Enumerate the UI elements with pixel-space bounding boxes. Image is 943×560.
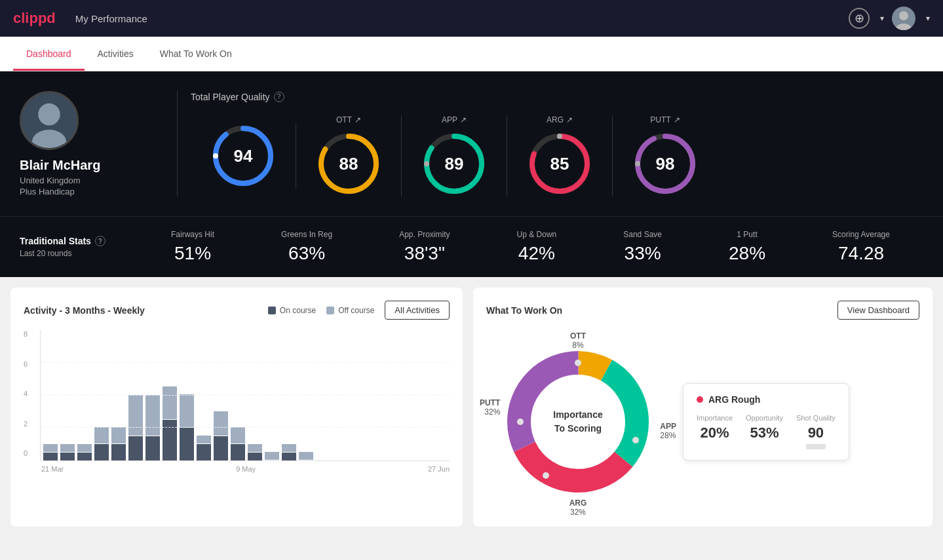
avatar-image <box>892 7 915 30</box>
bar-2 <box>60 444 75 460</box>
bar-10 <box>197 436 211 460</box>
tooltip-dot <box>697 396 703 403</box>
main-score-item: 94 <box>191 123 296 189</box>
chart-title: Activity - 3 Months - Weekly <box>24 305 145 316</box>
bar-5 <box>111 427 126 460</box>
arg-ring: 85 <box>527 131 592 196</box>
help-icon[interactable]: ? <box>274 92 284 102</box>
grid-line-2 <box>41 427 450 428</box>
arg-arrow: ↗ <box>566 115 573 124</box>
trad-label: Traditional Stats ? Last 20 rounds <box>20 236 138 258</box>
putt-donut-label: PUTT 32% <box>480 398 500 417</box>
arg-label: ARG ↗ <box>547 115 573 124</box>
chart-legend: On course Off course <box>268 306 375 315</box>
player-avatar <box>20 91 79 150</box>
plus-icon: ⊕ <box>855 11 864 26</box>
svg-point-25 <box>575 360 581 366</box>
bar-13 <box>248 444 262 460</box>
stat-app-proximity: App. Proximity 38'3" <box>399 230 450 264</box>
tab-what-to-work-on[interactable]: What To Work On <box>147 37 245 71</box>
nav-tabs: Dashboard Activities What To Work On <box>0 37 943 71</box>
avatar-chevron: ▾ <box>926 14 930 23</box>
divider <box>177 91 178 196</box>
off-course-dot <box>326 307 334 314</box>
main-score-value: 94 <box>234 145 253 166</box>
ott-donut-label: OTT 8% <box>570 331 586 350</box>
tab-dashboard[interactable]: Dashboard <box>13 37 85 71</box>
arg-score-item: ARG ↗ 85 <box>507 115 613 196</box>
bar-14 <box>265 452 279 460</box>
putt-score-value: 98 <box>656 153 675 174</box>
app-arrow: ↗ <box>460 115 467 124</box>
bar-4 <box>94 427 109 460</box>
scores-row: 94 OTT ↗ 88 <box>191 115 923 196</box>
all-activities-button[interactable]: All Activities <box>385 301 450 320</box>
legend-on-course: On course <box>268 306 316 315</box>
svg-point-27 <box>543 472 549 479</box>
bar-16 <box>299 452 313 460</box>
shot-quality-bar <box>806 444 826 449</box>
bar-8 <box>163 386 177 460</box>
what-to-work-on-card: What To Work On View Dashboard <box>473 288 933 527</box>
avatar-svg <box>22 93 77 148</box>
svg-point-28 <box>517 419 524 425</box>
on-course-dot <box>268 307 276 314</box>
tooltip-card: ARG Rough Importance 20% Opportunity 53%… <box>683 383 849 460</box>
svg-point-1 <box>899 11 908 20</box>
x-axis-labels: 21 Mar 9 May 27 Jun <box>40 465 450 473</box>
putt-ring: 98 <box>632 131 698 196</box>
bar-11 <box>214 411 228 460</box>
header-title: My Performance <box>75 13 849 24</box>
stat-group: Fairways Hit 51% Greens In Reg 63% App. … <box>138 230 923 264</box>
y-axis: 8 6 4 2 0 <box>24 330 28 457</box>
hero-section: Blair McHarg United Kingdom Plus Handica… <box>0 71 943 216</box>
putt-arrow: ↗ <box>674 115 680 124</box>
ott-ring: 88 <box>316 131 381 196</box>
avatar[interactable] <box>892 7 915 30</box>
bar-12 <box>231 427 245 460</box>
player-info: Blair McHarg United Kingdom Plus Handica… <box>20 91 164 196</box>
svg-point-26 <box>632 437 639 443</box>
player-country: United Kingdom <box>20 176 81 185</box>
quality-section: Total Player Quality ? 94 <box>191 92 923 196</box>
stat-fairways-hit: Fairways Hit 51% <box>171 230 214 264</box>
donut-wrapper: ImportanceTo Scoring OTT 8% APP 28% ARG … <box>486 330 670 513</box>
donut-center-text: ImportanceTo Scoring <box>553 408 602 436</box>
svg-point-4 <box>38 103 60 126</box>
donut-area: ImportanceTo Scoring OTT 8% APP 28% ARG … <box>486 330 919 513</box>
tooltip-title: ARG Rough <box>697 394 836 405</box>
stat-greens-in-reg: Greens In Reg 63% <box>281 230 332 264</box>
view-dashboard-button[interactable]: View Dashboard <box>837 301 919 320</box>
add-button[interactable]: ⊕ <box>849 8 870 29</box>
header-actions: ⊕ ▾ ▾ <box>849 7 930 30</box>
tooltip-importance: Importance 20% <box>697 414 733 449</box>
bars-area <box>40 330 450 461</box>
stat-up-down: Up & Down 42% <box>517 230 557 264</box>
app-label: APP ↗ <box>442 115 467 124</box>
bottom-section: Activity - 3 Months - Weekly On course O… <box>0 277 943 537</box>
add-chevron: ▾ <box>880 14 884 23</box>
arg-donut-label: ARG 32% <box>569 498 587 517</box>
bar-15 <box>282 444 296 460</box>
stat-sand-save: Sand Save 33% <box>623 230 662 264</box>
app-score-value: 89 <box>445 153 464 174</box>
app-donut-label: APP 28% <box>660 422 676 440</box>
ott-score-value: 88 <box>339 153 358 174</box>
trad-help-icon[interactable]: ? <box>95 236 106 246</box>
activity-chart-card: Activity - 3 Months - Weekly On course O… <box>10 288 463 527</box>
bar-3 <box>77 444 92 460</box>
header: clippd My Performance ⊕ ▾ ▾ <box>0 0 943 37</box>
grid-line-6 <box>41 362 450 363</box>
ott-arrow: ↗ <box>355 115 361 124</box>
bar-1 <box>43 444 58 460</box>
player-name: Blair McHarg <box>20 158 100 173</box>
what-title: What To Work On <box>486 305 562 316</box>
stat-scoring-average: Scoring Average 74.28 <box>832 230 890 264</box>
tab-activities[interactable]: Activities <box>85 37 147 71</box>
what-header: What To Work On View Dashboard <box>486 301 919 320</box>
chart-header: Activity - 3 Months - Weekly On course O… <box>24 301 450 320</box>
putt-label: PUTT ↗ <box>650 115 680 124</box>
putt-score-item: PUTT ↗ 98 <box>613 115 718 196</box>
arg-score-value: 85 <box>550 153 569 174</box>
app-score-item: APP ↗ 89 <box>402 115 507 196</box>
